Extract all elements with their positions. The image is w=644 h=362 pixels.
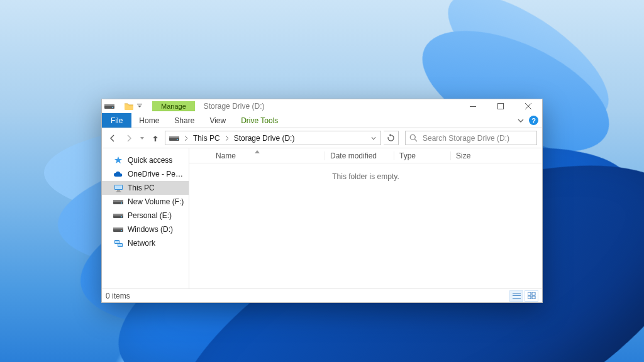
sidebar-item-label: Quick access	[128, 156, 172, 165]
chevron-right-icon[interactable]	[183, 136, 189, 141]
svg-rect-30	[513, 298, 521, 299]
svg-rect-32	[532, 292, 535, 295]
recent-locations-button[interactable]	[138, 131, 146, 145]
navigation-row: This PC Storage Drive (D:)	[102, 128, 542, 148]
column-name[interactable]: Name	[189, 151, 325, 160]
svg-rect-14	[116, 191, 121, 192]
network-icon	[113, 238, 123, 248]
tab-view[interactable]: View	[202, 113, 233, 128]
drive-icon	[167, 131, 182, 145]
svg-rect-34	[532, 296, 535, 299]
search-input[interactable]	[421, 133, 533, 143]
sidebar-item-network[interactable]: Network	[102, 236, 189, 250]
column-date-modified[interactable]: Date modified	[325, 151, 394, 160]
svg-rect-27	[118, 244, 122, 246]
star-icon	[113, 155, 123, 165]
qat-dropdown-icon[interactable]	[136, 101, 143, 111]
svg-rect-31	[528, 292, 531, 295]
title-bar[interactable]: Manage Storage Drive (D:)	[102, 99, 542, 113]
chevron-right-icon[interactable]	[224, 136, 230, 141]
drive-icon	[113, 224, 123, 234]
ribbon-expand-icon[interactable]	[518, 118, 524, 124]
column-label: Name	[216, 151, 236, 160]
svg-rect-33	[528, 296, 531, 299]
sidebar-item-label: New Volume (F:)	[128, 197, 184, 206]
sidebar-item-new-volume[interactable]: New Volume (F:)	[102, 195, 189, 209]
svg-point-8	[177, 139, 178, 140]
forward-button[interactable]	[122, 131, 136, 145]
content-pane[interactable]: Name Date modified Type Size This folder…	[189, 148, 542, 288]
empty-folder-message: This folder is empty.	[189, 163, 542, 181]
svg-rect-19	[113, 214, 123, 216]
svg-line-10	[414, 139, 417, 141]
breadcrumb-this-pc[interactable]: This PC	[191, 131, 223, 145]
navigation-pane[interactable]: Quick access OneDrive - Personal This PC	[102, 148, 189, 288]
contextual-tab-manage[interactable]: Manage	[152, 101, 195, 111]
svg-rect-1	[104, 104, 114, 106]
window-controls	[459, 99, 542, 113]
close-button[interactable]	[514, 99, 542, 113]
tab-home[interactable]: Home	[131, 113, 167, 128]
sidebar-item-windows[interactable]: Windows (D:)	[102, 222, 189, 236]
sidebar-item-label: This PC	[128, 184, 155, 192]
address-bar[interactable]: This PC Storage Drive (D:)	[165, 131, 381, 145]
svg-rect-28	[513, 293, 521, 293]
svg-point-2	[112, 107, 113, 108]
cloud-icon	[113, 169, 123, 179]
desktop-wallpaper: Manage Storage Drive (D:) File Home Shar…	[0, 0, 644, 362]
file-explorer-window: Manage Storage Drive (D:) File Home Shar…	[101, 99, 543, 303]
sidebar-item-this-pc[interactable]: This PC	[102, 181, 189, 195]
sidebar-item-label: Personal (E:)	[128, 211, 172, 220]
breadcrumb-current[interactable]: Storage Drive (D:)	[231, 131, 297, 145]
tab-file[interactable]: File	[102, 113, 131, 128]
large-icons-view-button[interactable]	[525, 290, 538, 302]
svg-rect-25	[115, 241, 119, 243]
quick-access-toolbar	[102, 99, 152, 113]
minimize-button[interactable]	[459, 99, 487, 113]
svg-rect-7	[169, 136, 179, 138]
svg-rect-4	[470, 106, 476, 107]
search-box[interactable]	[405, 131, 537, 145]
tab-share[interactable]: Share	[167, 113, 202, 128]
svg-rect-12	[115, 185, 122, 189]
svg-point-20	[121, 216, 122, 217]
sidebar-item-label: OneDrive - Personal	[128, 170, 185, 178]
tab-drive-tools[interactable]: Drive Tools	[233, 113, 286, 128]
sidebar-item-label: Network	[128, 239, 155, 248]
svg-rect-29	[513, 295, 521, 296]
svg-point-23	[121, 230, 122, 231]
column-size[interactable]: Size	[450, 151, 494, 160]
details-view-button[interactable]	[509, 290, 523, 302]
sidebar-item-quick-access[interactable]: Quick access	[102, 153, 189, 167]
back-button[interactable]	[106, 131, 119, 145]
up-button[interactable]	[148, 131, 162, 145]
status-bar: 0 items	[102, 288, 542, 302]
column-type[interactable]: Type	[394, 151, 450, 160]
svg-rect-5	[498, 104, 504, 109]
folder-open-icon[interactable]	[124, 101, 134, 111]
sidebar-item-onedrive[interactable]: OneDrive - Personal	[102, 167, 189, 181]
address-dropdown-icon[interactable]	[368, 136, 379, 141]
svg-rect-16	[113, 200, 123, 202]
ribbon-tabs: File Home Share View Drive Tools ?	[102, 113, 542, 128]
svg-point-17	[121, 202, 122, 204]
drive-icon	[104, 101, 114, 111]
maximize-button[interactable]	[487, 99, 514, 113]
sort-ascending-icon	[255, 150, 260, 153]
svg-point-9	[410, 134, 415, 140]
file-list-area[interactable]	[189, 181, 542, 288]
monitor-icon	[113, 183, 123, 193]
svg-rect-22	[113, 228, 123, 229]
search-icon	[409, 134, 418, 142]
drive-icon	[113, 197, 123, 207]
svg-rect-13	[117, 190, 120, 192]
svg-rect-3	[137, 104, 142, 104]
sidebar-item-personal[interactable]: Personal (E:)	[102, 209, 189, 222]
item-count: 0 items	[106, 292, 130, 300]
drive-icon	[113, 211, 123, 221]
column-headers: Name Date modified Type Size	[189, 148, 542, 163]
refresh-button[interactable]	[384, 131, 399, 145]
help-icon[interactable]: ?	[529, 116, 538, 125]
sidebar-item-label: Windows (D:)	[128, 225, 173, 234]
window-title: Storage Drive (D:)	[204, 102, 265, 111]
